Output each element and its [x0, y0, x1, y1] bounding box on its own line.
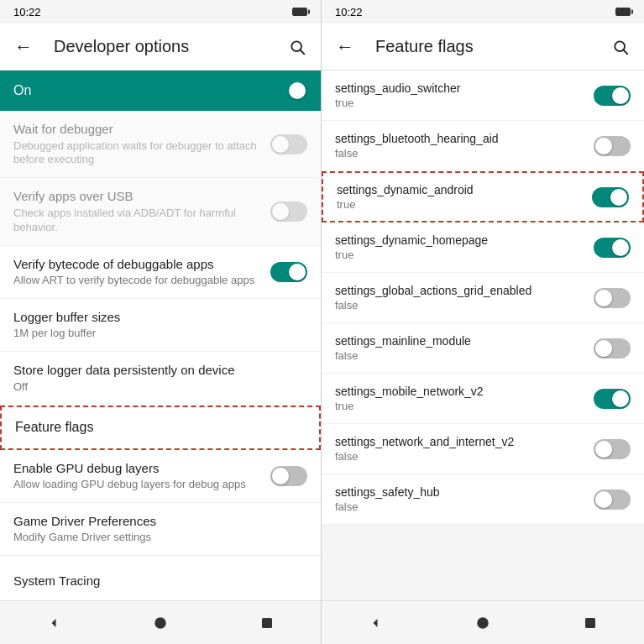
- gpu-debug-subtitle: Allow loading GPU debug layers for debug…: [13, 478, 260, 492]
- search-icon-left: [289, 39, 306, 55]
- nav-recents-left[interactable]: [255, 611, 279, 635]
- verify-bytecode-item[interactable]: Verify bytecode of debuggable apps Allow…: [0, 246, 321, 299]
- gpu-debug-toggle[interactable]: [270, 466, 307, 486]
- logger-buffer-title: Logger buffer sizes: [13, 309, 297, 326]
- verify-bytecode-title: Verify bytecode of debuggable apps: [13, 256, 260, 273]
- svg-point-8: [477, 617, 489, 629]
- verify-apps-text: Verify apps over USB Check apps installe…: [13, 188, 270, 234]
- page-title-left: Developer options: [54, 37, 274, 56]
- home-nav-icon-left: [153, 615, 168, 631]
- system-tracing-text: System Tracing: [13, 573, 307, 589]
- system-tracing-title: System Tracing: [13, 573, 297, 589]
- nav-back-left[interactable]: [42, 611, 65, 635]
- store-logger-item[interactable]: Store logger data persistently on device…: [0, 352, 321, 405]
- feature-flags-item[interactable]: Feature flags: [0, 406, 321, 450]
- flag-safety-hub[interactable]: settings_safety_hub false: [322, 474, 644, 525]
- game-driver-subtitle: Modify Game Driver settings: [13, 531, 297, 545]
- game-driver-item[interactable]: Game Driver Preferences Modify Game Driv…: [0, 503, 321, 556]
- search-button-right[interactable]: [604, 30, 637, 64]
- app-bar-right: ← Feature flags: [322, 24, 644, 71]
- flag-dynamic-android-toggle[interactable]: [592, 187, 629, 207]
- back-button-right[interactable]: ←: [328, 30, 362, 64]
- flag-global-actions-name: settings_global_actions_grid_enabled: [335, 284, 584, 297]
- nav-recents-right[interactable]: [579, 611, 602, 635]
- flag-audio-switcher-name: settings_audio_switcher: [335, 81, 584, 95]
- game-driver-text: Game Driver Preferences Modify Game Driv…: [13, 513, 307, 545]
- nav-back-right[interactable]: [364, 611, 387, 635]
- toggle-slider: [594, 136, 631, 156]
- on-banner[interactable]: On: [0, 71, 321, 111]
- status-bar-right: 10:22: [322, 0, 644, 24]
- flag-mobile-network[interactable]: settings_mobile_network_v2 true: [322, 374, 644, 424]
- flag-audio-switcher[interactable]: settings_audio_switcher true: [322, 71, 644, 121]
- toggle-slider: [594, 288, 631, 308]
- toggle-slider: [270, 134, 307, 154]
- flag-mainline-module-name: settings_mainline_module: [335, 334, 584, 348]
- nav-home-right[interactable]: [471, 611, 495, 635]
- flag-dynamic-android[interactable]: settings_dynamic_android true: [322, 171, 644, 223]
- toggle-slider: [594, 389, 631, 409]
- verify-apps-toggle[interactable]: [270, 202, 307, 222]
- verify-bytecode-text: Verify bytecode of debuggable apps Allow…: [13, 256, 270, 288]
- flag-dynamic-homepage-text: settings_dynamic_homepage true: [335, 233, 594, 261]
- flag-safety-hub-value: false: [335, 500, 584, 513]
- verify-apps-item[interactable]: Verify apps over USB Check apps installe…: [0, 178, 321, 245]
- store-logger-text: Store logger data persistently on device…: [13, 362, 307, 394]
- flag-bluetooth-hearing-toggle[interactable]: [594, 136, 631, 156]
- flag-global-actions-text: settings_global_actions_grid_enabled fal…: [335, 284, 594, 312]
- flag-mainline-module-toggle[interactable]: [594, 338, 631, 359]
- store-logger-title: Store logger data persistently on device: [13, 362, 297, 379]
- flag-mobile-network-text: settings_mobile_network_v2 true: [335, 385, 594, 412]
- flag-mobile-network-name: settings_mobile_network_v2: [335, 385, 584, 398]
- flag-global-actions-toggle[interactable]: [594, 288, 631, 308]
- flag-network-internet-value: false: [335, 450, 584, 463]
- flag-audio-switcher-toggle[interactable]: [594, 86, 631, 106]
- back-button-left[interactable]: ←: [7, 30, 40, 64]
- verify-bytecode-subtitle: Allow ART to verify bytecode for debugga…: [13, 274, 260, 288]
- flag-network-internet-toggle[interactable]: [594, 439, 631, 459]
- wait-debugger-item[interactable]: Wait for debugger Debugged application w…: [0, 111, 321, 178]
- search-button-left[interactable]: [280, 30, 314, 64]
- svg-line-6: [624, 50, 628, 54]
- nav-home-left[interactable]: [149, 611, 172, 635]
- right-content: settings_audio_switcher true settings_bl…: [322, 71, 644, 600]
- gpu-debug-item[interactable]: Enable GPU debug layers Allow loading GP…: [0, 450, 321, 503]
- status-bar-left: 10:22: [0, 0, 321, 24]
- flag-bluetooth-hearing[interactable]: settings_bluetooth_hearing_aid false: [322, 121, 644, 171]
- flag-safety-hub-text: settings_safety_hub false: [335, 485, 594, 513]
- logger-buffer-subtitle: 1M per log buffer: [13, 327, 297, 341]
- verify-bytecode-toggle[interactable]: [270, 262, 307, 282]
- developer-options-toggle[interactable]: [270, 81, 307, 101]
- svg-marker-7: [374, 619, 378, 627]
- flag-network-internet[interactable]: settings_network_and_internet_v2 false: [322, 424, 644, 474]
- flags-list: settings_audio_switcher true settings_bl…: [322, 71, 644, 525]
- flag-dynamic-homepage-toggle[interactable]: [594, 238, 631, 258]
- flag-mainline-module[interactable]: settings_mainline_module false: [322, 323, 644, 374]
- svg-rect-9: [585, 618, 595, 628]
- wait-debugger-toggle[interactable]: [270, 134, 307, 154]
- verify-apps-title: Verify apps over USB: [13, 188, 260, 205]
- wait-debugger-subtitle: Debugged application waits for debugger …: [13, 139, 260, 168]
- flag-mobile-network-toggle[interactable]: [594, 389, 631, 409]
- feature-flags-title: Feature flags: [15, 419, 296, 437]
- toggle-slider: [594, 490, 631, 510]
- system-tracing-item[interactable]: System Tracing: [0, 556, 321, 600]
- feature-flags-text: Feature flags: [15, 419, 306, 437]
- toggle-slider: [594, 338, 631, 359]
- flag-audio-switcher-text: settings_audio_switcher true: [335, 81, 594, 109]
- verify-apps-subtitle: Check apps installed via ADB/ADT for har…: [13, 207, 260, 235]
- flag-dynamic-android-value: true: [337, 198, 582, 211]
- toggle-slider: [592, 187, 629, 207]
- left-panel: 10:22 ← Developer options On Wait for de…: [0, 0, 322, 644]
- battery-icon-right: [615, 8, 631, 16]
- flag-global-actions[interactable]: settings_global_actions_grid_enabled fal…: [322, 273, 644, 323]
- flag-dynamic-homepage-name: settings_dynamic_homepage: [335, 233, 584, 247]
- time-right: 10:22: [335, 6, 363, 18]
- flag-dynamic-homepage[interactable]: settings_dynamic_homepage true: [322, 223, 644, 273]
- logger-buffer-item[interactable]: Logger buffer sizes 1M per log buffer: [0, 299, 321, 352]
- flag-safety-hub-toggle[interactable]: [594, 490, 631, 510]
- search-icon-right: [612, 39, 629, 55]
- flag-safety-hub-name: settings_safety_hub: [335, 485, 584, 499]
- back-nav-icon-left: [45, 615, 62, 631]
- logger-buffer-text: Logger buffer sizes 1M per log buffer: [13, 309, 307, 341]
